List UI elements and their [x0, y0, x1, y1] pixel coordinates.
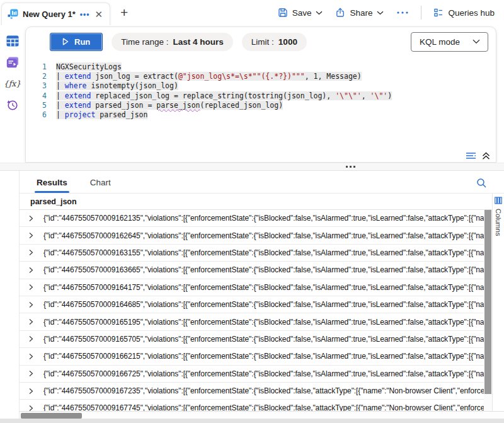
time-range-label: Time range :	[121, 37, 168, 47]
code-line: 5| extend parsed_json = parse_json(repla…	[26, 101, 496, 110]
row-json-text: {"id":"4467550570009166725","violations"…	[43, 369, 484, 378]
time-range-value: Last 4 hours	[173, 37, 224, 47]
row-json-text: {"id":"4467550570009162645","violations"…	[43, 231, 484, 240]
row-json-text: {"id":"4467550570009167745","violations"…	[43, 403, 484, 411]
query-tab[interactable]: New Query 1* ••• ✕	[1, 3, 110, 25]
expand-row-chevron-icon[interactable]	[28, 249, 43, 256]
table-row[interactable]: {"id":"4467550570009165705","violations"…	[20, 331, 484, 348]
table-row[interactable]: {"id":"4467550570009166725","violations"…	[20, 366, 484, 383]
more-actions-button[interactable]	[391, 8, 415, 17]
queries-hub-label: Queries hub	[448, 8, 495, 18]
code-editor-lines: 1NGXSecurityLogs2| extend json_log = ext…	[26, 62, 496, 120]
table-row[interactable]: {"id":"4467550570009163665","violations"…	[20, 262, 484, 279]
vertical-scrollbar-thumb[interactable]	[484, 210, 491, 394]
expand-row-chevron-icon[interactable]	[28, 335, 43, 342]
limit-picker[interactable]: Limit : 1000	[242, 33, 307, 51]
row-json-text: {"id":"4467550570009167235","violations"…	[43, 386, 484, 395]
history-panel-icon[interactable]	[6, 98, 20, 112]
row-json-text: {"id":"4467550570009163155","violations"…	[43, 248, 484, 257]
tables-panel-icon[interactable]	[6, 34, 20, 47]
expand-row-chevron-icon[interactable]	[28, 284, 43, 291]
save-button[interactable]: Save	[272, 5, 329, 20]
tab-results[interactable]: Results	[35, 178, 69, 193]
limit-value: 1000	[278, 37, 297, 47]
search-icon[interactable]	[476, 178, 487, 188]
queries-hub-icon	[433, 8, 444, 18]
editor-options-lines-icon[interactable]	[466, 152, 476, 160]
line-number: 4	[26, 91, 56, 101]
query-editor-card: Run Time range : Last 4 hours Limit : 10…	[25, 26, 496, 163]
code-line: 3| where isnotempty(json_log)	[26, 81, 496, 91]
tab-chart[interactable]: Chart	[88, 178, 113, 193]
table-row[interactable]: {"id":"4467550570009162645","violations"…	[20, 227, 484, 244]
results-pane: Results Chart parsed_json {"id":"4467550…	[19, 171, 504, 419]
code-line-text: | where isnotempty(json_log)	[56, 81, 178, 91]
mode-chevron-down-icon	[472, 39, 480, 44]
code-line-text: | extend parsed_json = parse_json(replac…	[56, 101, 283, 110]
code-line-text: | project parsed_json	[56, 110, 147, 120]
run-label: Run	[74, 37, 90, 47]
query-mode-value: KQL mode	[420, 37, 460, 47]
column-header-parsed-json[interactable]: parsed_json	[20, 194, 504, 210]
table-row[interactable]: {"id":"4467550570009166215","violations"…	[20, 348, 484, 365]
code-line: 2| extend json_log = extract(@"json_log\…	[26, 72, 496, 81]
row-json-text: {"id":"4467550570009164175","violations"…	[43, 283, 484, 292]
expand-row-chevron-icon[interactable]	[28, 370, 43, 377]
functions-panel-icon[interactable]: {ƒx}	[6, 77, 20, 90]
code-line: 1NGXSecurityLogs	[26, 62, 496, 72]
columns-panel-label: Columns	[495, 209, 502, 236]
horizontal-scrollbar[interactable]	[20, 411, 504, 419]
main-content: {ƒx} Run Time range : Last 4 hours	[0, 25, 504, 423]
saved-cards-panel-icon[interactable]	[6, 55, 20, 69]
query-mode-select[interactable]: KQL mode	[411, 32, 488, 52]
code-editor[interactable]: 1NGXSecurityLogs2| extend json_log = ext…	[26, 56, 496, 120]
table-row[interactable]: {"id":"4467550570009162135","violations"…	[20, 210, 484, 227]
top-header: New Query 1* ••• ✕ + Save	[0, 0, 504, 25]
queries-hub-button[interactable]: Queries hub	[428, 5, 500, 20]
table-row[interactable]: {"id":"4467550570009164175","violations"…	[20, 279, 484, 296]
row-json-text: {"id":"4467550570009162135","violations"…	[43, 214, 484, 223]
play-icon	[62, 38, 69, 45]
collapse-editor-icon[interactable]	[482, 152, 490, 160]
table-row[interactable]: {"id":"4467550570009164685","violations"…	[20, 296, 484, 313]
share-chevron-down-icon	[377, 11, 384, 15]
splitter-grip-dots	[346, 166, 348, 168]
expand-row-chevron-icon[interactable]	[28, 318, 43, 325]
row-json-text: {"id":"4467550570009163665","violations"…	[43, 265, 484, 274]
tab-title: New Query 1*	[23, 9, 76, 19]
left-rail: {ƒx}	[0, 25, 25, 112]
header-toolbar: Save Share	[272, 5, 504, 25]
new-tab-button[interactable]: +	[120, 5, 128, 20]
expand-row-chevron-icon[interactable]	[28, 301, 43, 308]
tab-more-icon[interactable]: •••	[80, 11, 90, 18]
expand-row-chevron-icon[interactable]	[28, 405, 43, 411]
horizontal-scrollbar-thumb[interactable]	[21, 413, 82, 419]
table-row[interactable]: {"id":"4467550570009167235","violations"…	[20, 383, 484, 400]
results-tabbar: Results Chart	[20, 171, 504, 194]
share-button[interactable]: Share	[329, 5, 389, 20]
share-icon	[335, 8, 345, 18]
expand-row-chevron-icon[interactable]	[28, 353, 43, 360]
expand-row-chevron-icon[interactable]	[28, 215, 43, 222]
code-line-text: NGXSecurityLogs	[56, 62, 122, 72]
table-row[interactable]: {"id":"4467550570009163155","violations"…	[20, 245, 484, 262]
table-row[interactable]: {"id":"4467550570009167745","violations"…	[20, 400, 484, 411]
expand-row-chevron-icon[interactable]	[28, 388, 43, 395]
time-range-picker[interactable]: Time range : Last 4 hours	[112, 33, 233, 51]
more-dots-icon	[396, 11, 409, 14]
vertical-scrollbar[interactable]	[484, 210, 492, 411]
panel-splitter-handle[interactable]	[0, 163, 504, 171]
expand-row-chevron-icon[interactable]	[28, 267, 43, 274]
bottom-edge-strip	[0, 419, 504, 423]
tab-close-icon[interactable]: ✕	[94, 10, 103, 19]
line-number: 3	[26, 81, 56, 91]
run-button[interactable]: Run	[50, 33, 103, 51]
editor-corner-actions	[466, 152, 490, 160]
columns-panel-toggle[interactable]: Columns	[492, 194, 504, 411]
adx-logo-icon	[8, 9, 18, 20]
query-toolbar: Run Time range : Last 4 hours Limit : 10…	[26, 27, 496, 56]
line-number: 1	[26, 62, 56, 72]
expand-row-chevron-icon[interactable]	[28, 232, 43, 239]
table-row[interactable]: {"id":"4467550570009165195","violations"…	[20, 313, 484, 330]
row-json-text: {"id":"4467550570009165195","violations"…	[43, 318, 484, 327]
